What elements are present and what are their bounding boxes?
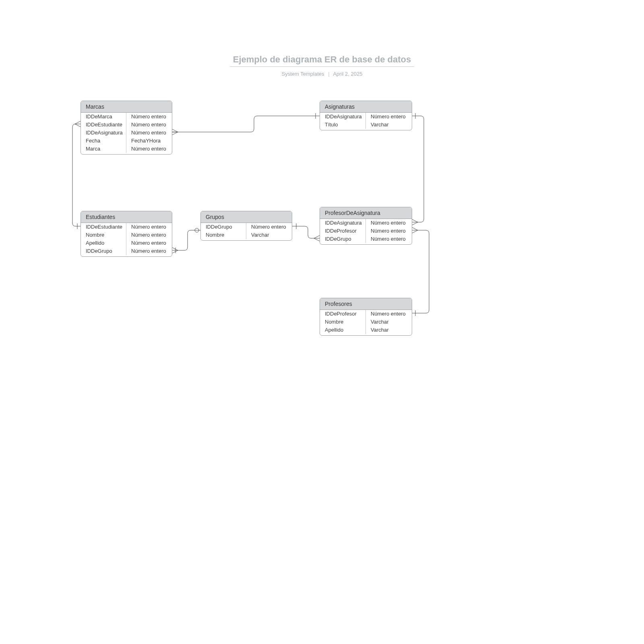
- entity-asignaturas[interactable]: Asignaturas IDDeAsignaturaNúmero entero …: [320, 101, 412, 130]
- diagram-header: Ejemplo de diagrama ER de base de datos …: [0, 54, 644, 77]
- entity-header: ProfesorDeAsignatura: [320, 207, 412, 219]
- svg-line-8: [172, 250, 178, 253]
- entity-attribute-row: NombreVarchar: [201, 231, 292, 239]
- entity-attribute-row: IDDeProfesorNúmero entero: [320, 310, 412, 318]
- entity-header: Grupos: [201, 211, 292, 223]
- entity-profesores[interactable]: Profesores IDDeProfesorNúmero entero Nom…: [320, 298, 412, 336]
- entity-attribute-row: IDDeGrupoNúmero entero: [320, 235, 412, 243]
- svg-line-7: [172, 248, 178, 250]
- diagram-subheader: System Templates | April 2, 2025: [0, 71, 644, 77]
- entity-estudiantes[interactable]: Estudiantes IDDeEstudianteNúmero entero …: [80, 211, 172, 257]
- entity-header: Asignaturas: [320, 101, 412, 113]
- entity-attribute-row: IDDeGrupoNúmero entero: [201, 223, 292, 231]
- entity-attribute-row: NombreNúmero entero: [81, 231, 172, 239]
- diagram-author: System Templates: [282, 71, 324, 77]
- entity-profesor-de-asignatura[interactable]: ProfesorDeAsignatura IDDeAsignaturaNúmer…: [320, 207, 412, 245]
- svg-line-12: [314, 235, 320, 238]
- entity-attribute-row: FechaFechaYHora: [81, 137, 172, 145]
- entity-attribute-row: IDDeMarcaNúmero entero: [81, 113, 172, 121]
- entity-attribute-row: ApellidoVarchar: [320, 326, 412, 334]
- entity-header: Profesores: [320, 298, 412, 310]
- svg-line-1: [172, 132, 178, 135]
- entity-attribute-row: IDDeEstudianteNúmero entero: [81, 223, 172, 231]
- svg-line-17: [412, 227, 418, 230]
- svg-line-18: [412, 230, 418, 233]
- svg-line-13: [314, 238, 320, 241]
- entity-marcas[interactable]: Marcas IDDeMarcaNúmero entero IDDeEstudi…: [80, 101, 172, 155]
- entity-attribute-row: IDDeAsignaturaNúmero entero: [320, 219, 412, 227]
- entity-attribute-row: IDDeEstudianteNúmero entero: [81, 121, 172, 129]
- entity-header: Estudiantes: [81, 211, 172, 223]
- entity-attribute-row: ApellidoNúmero entero: [81, 239, 172, 247]
- entity-attribute-row: MarcaNúmero entero: [81, 145, 172, 153]
- svg-point-10: [195, 228, 199, 232]
- svg-line-4: [75, 121, 80, 124]
- entity-attribute-row: NombreVarchar: [320, 318, 412, 326]
- entity-attribute-row: IDDeAsignaturaNúmero entero: [320, 113, 412, 121]
- entity-attribute-row: IDDeProfesorNúmero entero: [320, 227, 412, 235]
- svg-line-5: [75, 124, 80, 127]
- svg-line-16: [412, 222, 418, 225]
- entity-grupos[interactable]: Grupos IDDeGrupoNúmero entero NombreVarc…: [200, 211, 292, 241]
- entity-attribute-row: IDDeAsignaturaNúmero entero: [81, 129, 172, 137]
- entity-attribute-row: TítuloVarchar: [320, 121, 412, 129]
- separator: |: [326, 71, 332, 77]
- diagram-canvas: Ejemplo de diagrama ER de base de datos …: [0, 0, 644, 644]
- diagram-title: Ejemplo de diagrama ER de base de datos: [230, 54, 415, 67]
- svg-line-0: [172, 129, 178, 132]
- entity-header: Marcas: [81, 101, 172, 113]
- entity-attribute-row: IDDeGrupoNúmero entero: [81, 247, 172, 255]
- svg-line-15: [412, 219, 418, 222]
- diagram-date: April 2, 2025: [333, 71, 362, 77]
